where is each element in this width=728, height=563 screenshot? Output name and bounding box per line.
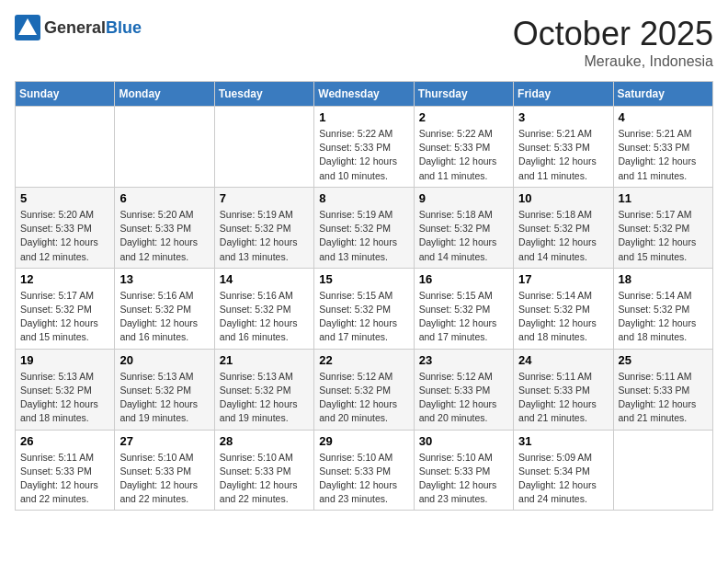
- day-number: 21: [220, 353, 309, 367]
- location: Merauke, Indonesia: [513, 53, 713, 70]
- day-info: Sunrise: 5:18 AMSunset: 5:32 PMDaylight:…: [419, 208, 508, 264]
- day-number: 24: [518, 353, 608, 367]
- calendar-week: 19Sunrise: 5:13 AMSunset: 5:32 PMDayligh…: [16, 349, 713, 430]
- day-info: Sunrise: 5:09 AMSunset: 5:34 PMDaylight:…: [518, 451, 608, 507]
- day-number: 9: [419, 191, 508, 205]
- logo-text: GeneralBlue: [44, 18, 142, 38]
- calendar-table: SundayMondayTuesdayWednesdayThursdayFrid…: [15, 81, 713, 511]
- day-number: 26: [20, 434, 109, 448]
- calendar-cell: 26Sunrise: 5:11 AMSunset: 5:33 PMDayligh…: [16, 430, 115, 511]
- day-info: Sunrise: 5:22 AMSunset: 5:33 PMDaylight:…: [319, 127, 408, 183]
- day-info: Sunrise: 5:10 AMSunset: 5:33 PMDaylight:…: [319, 451, 408, 507]
- calendar-cell: 28Sunrise: 5:10 AMSunset: 5:33 PMDayligh…: [214, 430, 313, 511]
- calendar-week: 26Sunrise: 5:11 AMSunset: 5:33 PMDayligh…: [16, 430, 713, 511]
- day-number: 14: [220, 272, 309, 286]
- day-info: Sunrise: 5:14 AMSunset: 5:32 PMDaylight:…: [518, 289, 608, 345]
- day-info: Sunrise: 5:13 AMSunset: 5:32 PMDaylight:…: [119, 370, 209, 426]
- calendar-cell: 2Sunrise: 5:22 AMSunset: 5:33 PMDaylight…: [414, 107, 513, 188]
- weekday-header: Sunday: [16, 82, 115, 107]
- day-number: 20: [119, 353, 209, 367]
- month-title: October 2025: [513, 15, 713, 53]
- calendar-week: 12Sunrise: 5:17 AMSunset: 5:32 PMDayligh…: [16, 268, 713, 349]
- day-number: 27: [119, 434, 209, 448]
- weekday-header: Friday: [514, 82, 613, 107]
- weekday-header: Thursday: [414, 82, 513, 107]
- weekday-header: Tuesday: [214, 82, 313, 107]
- calendar-week: 5Sunrise: 5:20 AMSunset: 5:33 PMDaylight…: [16, 187, 713, 268]
- day-number: 22: [319, 353, 408, 367]
- day-info: Sunrise: 5:10 AMSunset: 5:33 PMDaylight:…: [119, 451, 209, 507]
- day-info: Sunrise: 5:20 AMSunset: 5:33 PMDaylight:…: [119, 208, 209, 264]
- day-number: 25: [619, 353, 708, 367]
- day-number: 16: [419, 272, 508, 286]
- page-header: GeneralBlue October 2025 Merauke, Indone…: [15, 15, 713, 70]
- day-info: Sunrise: 5:11 AMSunset: 5:33 PMDaylight:…: [619, 370, 708, 426]
- calendar-cell: [214, 107, 313, 188]
- calendar-cell: [613, 430, 712, 511]
- calendar-cell: 5Sunrise: 5:20 AMSunset: 5:33 PMDaylight…: [16, 187, 115, 268]
- calendar-cell: [115, 107, 214, 188]
- day-number: 29: [319, 434, 408, 448]
- day-number: 15: [319, 272, 408, 286]
- calendar-cell: 4Sunrise: 5:21 AMSunset: 5:33 PMDaylight…: [613, 107, 712, 188]
- day-number: 12: [20, 272, 109, 286]
- day-info: Sunrise: 5:10 AMSunset: 5:33 PMDaylight:…: [220, 451, 309, 507]
- calendar-cell: 11Sunrise: 5:17 AMSunset: 5:32 PMDayligh…: [613, 187, 712, 268]
- day-info: Sunrise: 5:14 AMSunset: 5:32 PMDaylight:…: [619, 289, 708, 345]
- day-number: 2: [419, 110, 508, 124]
- calendar-cell: 17Sunrise: 5:14 AMSunset: 5:32 PMDayligh…: [514, 268, 613, 349]
- day-number: 30: [419, 434, 508, 448]
- day-number: 23: [419, 353, 508, 367]
- calendar-cell: 25Sunrise: 5:11 AMSunset: 5:33 PMDayligh…: [613, 349, 712, 430]
- day-info: Sunrise: 5:19 AMSunset: 5:32 PMDaylight:…: [220, 208, 309, 264]
- calendar-cell: 10Sunrise: 5:18 AMSunset: 5:32 PMDayligh…: [514, 187, 613, 268]
- calendar-cell: 24Sunrise: 5:11 AMSunset: 5:33 PMDayligh…: [514, 349, 613, 430]
- day-info: Sunrise: 5:22 AMSunset: 5:33 PMDaylight:…: [419, 127, 508, 183]
- calendar-week: 1Sunrise: 5:22 AMSunset: 5:33 PMDaylight…: [16, 107, 713, 188]
- day-number: 11: [619, 191, 708, 205]
- day-info: Sunrise: 5:17 AMSunset: 5:32 PMDaylight:…: [20, 289, 109, 345]
- calendar-cell: 22Sunrise: 5:12 AMSunset: 5:32 PMDayligh…: [314, 349, 414, 430]
- calendar-cell: 30Sunrise: 5:10 AMSunset: 5:33 PMDayligh…: [414, 430, 513, 511]
- day-info: Sunrise: 5:18 AMSunset: 5:32 PMDaylight:…: [518, 208, 608, 264]
- logo-general: General: [44, 18, 106, 37]
- calendar-cell: 14Sunrise: 5:16 AMSunset: 5:32 PMDayligh…: [214, 268, 313, 349]
- day-info: Sunrise: 5:16 AMSunset: 5:32 PMDaylight:…: [119, 289, 209, 345]
- calendar-cell: 20Sunrise: 5:13 AMSunset: 5:32 PMDayligh…: [115, 349, 214, 430]
- day-number: 19: [20, 353, 109, 367]
- generalblue-logo-icon: [15, 15, 40, 40]
- calendar-cell: [16, 107, 115, 188]
- day-number: 1: [319, 110, 408, 124]
- calendar-cell: 21Sunrise: 5:13 AMSunset: 5:32 PMDayligh…: [214, 349, 313, 430]
- day-info: Sunrise: 5:12 AMSunset: 5:32 PMDaylight:…: [319, 370, 408, 426]
- day-info: Sunrise: 5:16 AMSunset: 5:32 PMDaylight:…: [220, 289, 309, 345]
- day-info: Sunrise: 5:15 AMSunset: 5:32 PMDaylight:…: [319, 289, 408, 345]
- calendar-cell: 27Sunrise: 5:10 AMSunset: 5:33 PMDayligh…: [115, 430, 214, 511]
- day-number: 6: [119, 191, 209, 205]
- logo-blue: Blue: [106, 18, 142, 37]
- calendar-cell: 16Sunrise: 5:15 AMSunset: 5:32 PMDayligh…: [414, 268, 513, 349]
- calendar-cell: 23Sunrise: 5:12 AMSunset: 5:33 PMDayligh…: [414, 349, 513, 430]
- calendar-cell: 9Sunrise: 5:18 AMSunset: 5:32 PMDaylight…: [414, 187, 513, 268]
- day-info: Sunrise: 5:11 AMSunset: 5:33 PMDaylight:…: [20, 451, 109, 507]
- day-info: Sunrise: 5:19 AMSunset: 5:32 PMDaylight:…: [319, 208, 408, 264]
- calendar-cell: 7Sunrise: 5:19 AMSunset: 5:32 PMDaylight…: [214, 187, 313, 268]
- calendar-cell: 3Sunrise: 5:21 AMSunset: 5:33 PMDaylight…: [514, 107, 613, 188]
- weekday-header: Monday: [115, 82, 214, 107]
- calendar-body: 1Sunrise: 5:22 AMSunset: 5:33 PMDaylight…: [16, 107, 713, 511]
- day-number: 18: [619, 272, 708, 286]
- day-info: Sunrise: 5:13 AMSunset: 5:32 PMDaylight:…: [220, 370, 309, 426]
- calendar-cell: 31Sunrise: 5:09 AMSunset: 5:34 PMDayligh…: [514, 430, 613, 511]
- calendar-cell: 29Sunrise: 5:10 AMSunset: 5:33 PMDayligh…: [314, 430, 414, 511]
- calendar-cell: 19Sunrise: 5:13 AMSunset: 5:32 PMDayligh…: [16, 349, 115, 430]
- day-number: 8: [319, 191, 408, 205]
- day-number: 13: [119, 272, 209, 286]
- day-number: 7: [220, 191, 309, 205]
- calendar-cell: 12Sunrise: 5:17 AMSunset: 5:32 PMDayligh…: [16, 268, 115, 349]
- day-info: Sunrise: 5:17 AMSunset: 5:32 PMDaylight:…: [619, 208, 708, 264]
- calendar-cell: 6Sunrise: 5:20 AMSunset: 5:33 PMDaylight…: [115, 187, 214, 268]
- day-number: 28: [220, 434, 309, 448]
- calendar-cell: 13Sunrise: 5:16 AMSunset: 5:32 PMDayligh…: [115, 268, 214, 349]
- logo: GeneralBlue: [15, 15, 142, 40]
- weekday-header: Wednesday: [314, 82, 414, 107]
